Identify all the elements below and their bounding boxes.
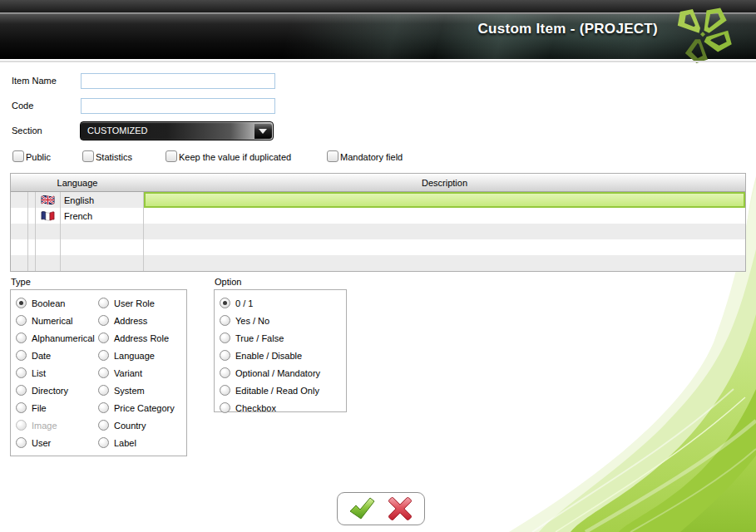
radio-icon [16,315,27,326]
option-editable-readonly[interactable]: Editable / Read Only [220,382,320,399]
type-option-price-category[interactable]: Price Category [98,399,175,416]
description-edit-field-english[interactable] [144,192,745,208]
page-title: Custom Item - (PROJECT) [477,21,658,37]
language-name: English [61,192,144,208]
option-0-1[interactable]: 0 / 1 [220,294,320,312]
cancel-button[interactable] [387,497,413,520]
section-dropdown[interactable]: CUSTOMIZED [80,121,274,140]
section-label: Section [12,126,42,135]
section-dropdown-value: CUSTOMIZED [87,122,148,140]
red-x-icon [388,497,412,520]
title-bar-main: Custom Item - (PROJECT) [0,14,756,59]
type-option-file[interactable]: File [16,399,95,416]
table-row[interactable]: French [11,208,745,224]
title-bar-top-strip [0,0,756,12]
option-optional-mandatory[interactable]: Optional / Mandatory [220,364,320,382]
radio-icon [220,298,230,308]
radio-icon [98,402,109,413]
type-option-user-role[interactable]: User Role [98,294,175,312]
language-description-table: Language Description English [10,173,746,272]
language-name: French [61,208,144,224]
option-group-label: Option [215,277,241,287]
radio-icon [98,437,109,448]
radio-icon [16,298,27,308]
type-group-label: Type [11,277,31,287]
radio-icon [220,402,230,413]
keep-value-checkbox[interactable] [166,150,177,162]
ok-button[interactable] [348,497,375,520]
radio-icon [16,437,27,448]
statistics-label: Statistics [96,152,132,162]
mandatory-field-checkbox[interactable] [327,150,338,162]
type-option-address[interactable]: Address [98,312,175,329]
type-option-language[interactable]: Language [98,347,175,364]
type-option-system[interactable]: System [98,382,175,399]
description-cell[interactable] [144,208,745,224]
chevron-down-icon[interactable] [254,123,272,139]
radio-icon [98,385,109,396]
radio-icon [16,385,27,396]
table-empty-row [11,224,745,239]
option-yes-no[interactable]: Yes / No [220,312,320,329]
option-group-box: 0 / 1 Yes / No True / False Enable / Dis… [214,289,347,412]
radio-icon [98,315,109,326]
radio-icon [98,350,109,361]
radio-icon [220,367,230,378]
type-option-numerical[interactable]: Numerical [16,312,95,329]
radio-icon [98,298,109,308]
radio-icon [98,367,109,378]
code-input[interactable] [81,98,275,114]
radio-icon [16,332,27,343]
type-option-address-role[interactable]: Address Role [98,329,175,347]
table-empty-row [11,239,745,255]
title-bar: Custom Item - (PROJECT) [0,0,756,61]
radio-icon [220,332,230,343]
option-true-false[interactable]: True / False [220,329,320,347]
type-option-date[interactable]: Date [16,347,95,364]
description-column-header: Description [144,178,745,188]
table-empty-row [11,255,745,271]
item-name-input[interactable] [81,73,275,89]
custom-item-window: Custom Item - (PROJECT) Item Name Code S… [0,0,756,532]
table-header: Language Description [11,174,745,192]
mandatory-field-label: Mandatory field [340,152,403,162]
green-check-icon [348,497,375,520]
table-row[interactable]: English [11,192,745,208]
type-option-country[interactable]: Country [98,416,175,434]
type-option-user[interactable]: User [16,434,95,451]
public-label: Public [26,152,51,162]
radio-icon [220,350,230,361]
option-enable-disable[interactable]: Enable / Disable [220,347,320,364]
type-option-image: Image [16,416,95,434]
radio-icon [16,402,27,413]
radio-icon [16,420,27,431]
language-column-header: Language [11,178,144,188]
keep-value-label: Keep the value if duplicated [179,152,291,162]
option-checkbox[interactable]: Checkbox [220,399,320,416]
type-option-directory[interactable]: Directory [16,382,95,399]
radio-icon [16,350,27,361]
type-option-list[interactable]: List [16,364,95,382]
type-group-box: Boolean Numerical Alphanumerical Date Li… [10,289,187,456]
type-option-boolean[interactable]: Boolean [16,294,95,312]
radio-icon [220,385,230,396]
type-option-variant[interactable]: Variant [98,364,175,382]
radio-icon [98,332,109,343]
type-option-alphanumerical[interactable]: Alphanumerical [16,329,95,347]
radio-icon [16,367,27,378]
action-button-bar [337,492,425,525]
type-option-label[interactable]: Label [98,434,175,451]
uk-flag-icon [36,192,61,208]
item-name-label: Item Name [12,76,57,86]
statistics-checkbox[interactable] [82,150,94,162]
app-logo-icon [671,7,734,63]
radio-icon [220,315,230,326]
header-bottom-line [0,61,756,62]
france-flag-icon [36,208,61,224]
public-checkbox[interactable] [12,150,24,162]
radio-icon [98,420,109,431]
description-cell [144,192,745,208]
code-label: Code [12,101,33,111]
